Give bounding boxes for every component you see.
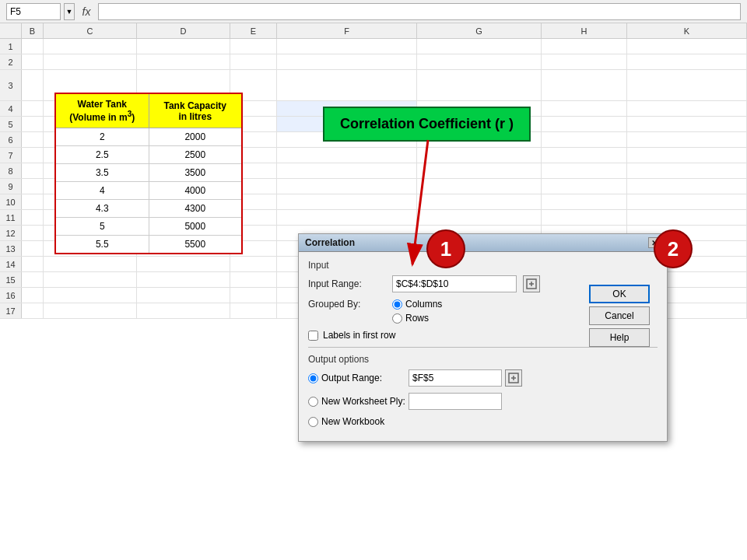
output-range-radio[interactable] — [308, 373, 318, 383]
output-range-row: Output Range: — [308, 369, 658, 387]
col-header-f[interactable]: F — [277, 23, 417, 38]
cell-capacity-4[interactable]: 4000 — [149, 182, 242, 200]
rows-radio[interactable] — [392, 313, 402, 324]
output-range-picker[interactable] — [505, 369, 522, 387]
data-table: Water Tank(Volume in m3) Tank Capacityin… — [54, 93, 243, 254]
col-header-tank-capacity: Tank Capacityin litres — [149, 93, 242, 128]
col-header-k[interactable]: K — [627, 23, 747, 38]
rows-radio-label: Rows — [405, 313, 429, 324]
cell-capacity-7[interactable]: 5500 — [149, 236, 242, 254]
badge-1: 1 — [426, 229, 465, 268]
output-range-label: Output Range: — [321, 373, 405, 383]
data-table-wrapper: Water Tank(Volume in m3) Tank Capacityin… — [54, 93, 243, 254]
cell-capacity-6[interactable]: 5000 — [149, 218, 242, 236]
table-row: 5.5 5500 — [55, 236, 242, 254]
columns-radio-label: Columns — [405, 299, 442, 310]
dialog-body: OK Cancel Help Input Input Range: — [299, 252, 667, 441]
table-row: 2 2000 — [55, 128, 242, 146]
cell-volume-5[interactable]: 4.3 — [55, 200, 149, 218]
new-worksheet-radio[interactable] — [308, 397, 318, 407]
new-worksheet-row: New Worksheet Ply: — [308, 393, 658, 410]
table-row: 5 5000 — [55, 218, 242, 236]
col-header-b[interactable]: B — [22, 23, 44, 38]
column-headers: B C D E F G H K — [0, 23, 747, 39]
cell-volume-6[interactable]: 5 — [55, 218, 149, 236]
col-header-e[interactable]: E — [230, 23, 277, 38]
grouped-by-options: Columns Rows — [392, 299, 442, 324]
cell-volume-3[interactable]: 3.5 — [55, 164, 149, 182]
cell-capacity-1[interactable]: 2000 — [149, 128, 242, 146]
dialog-buttons: OK Cancel Help — [589, 285, 650, 347]
col-header-water-tank: Water Tank(Volume in m3) — [55, 93, 149, 128]
row-num-header — [0, 23, 22, 38]
col-header-d[interactable]: D — [137, 23, 230, 38]
grouped-by-label: Grouped By: — [308, 299, 386, 310]
cell-capacity-2[interactable]: 2500 — [149, 146, 242, 164]
output-range-field[interactable] — [409, 369, 502, 387]
new-worksheet-label: New Worksheet Ply: — [321, 396, 405, 407]
table-row: 4.3 4300 — [55, 200, 242, 218]
dialog-title: Correlation ✕ — [299, 234, 667, 252]
dialog-divider — [308, 347, 658, 348]
table-row: 4 4000 — [55, 182, 242, 200]
toolbar: F5 ▼ fx — [0, 0, 747, 23]
input-range-label: Input Range: — [308, 278, 386, 289]
row-1: 1 — [0, 39, 747, 54]
cell-capacity-5[interactable]: 4300 — [149, 200, 242, 218]
table-row: 2.5 2500 — [55, 146, 242, 164]
cancel-button[interactable]: Cancel — [589, 306, 650, 325]
cell-volume-4[interactable]: 4 — [55, 182, 149, 200]
name-box-dropdown[interactable]: ▼ — [64, 3, 75, 20]
columns-radio[interactable] — [392, 299, 402, 310]
col-header-c[interactable]: C — [44, 23, 137, 38]
badge-2: 2 — [654, 229, 693, 268]
new-worksheet-field[interactable] — [409, 393, 502, 410]
rows-radio-row: Rows — [392, 313, 442, 324]
cell-capacity-3[interactable]: 3500 — [149, 164, 242, 182]
correlation-dialog: Correlation ✕ OK Cancel Help Input — [298, 233, 668, 442]
input-range-field[interactable] — [392, 275, 517, 292]
help-button[interactable]: Help — [589, 328, 650, 347]
labels-first-row-checkbox[interactable] — [308, 331, 318, 341]
formula-bar[interactable] — [98, 3, 741, 20]
col-header-h[interactable]: H — [542, 23, 627, 38]
dialog-content-area: OK Cancel Help Input Input Range: — [308, 260, 658, 427]
correlation-label: Correlation Coefficient (r ) — [323, 107, 531, 142]
cell-volume-2[interactable]: 2.5 — [55, 146, 149, 164]
cell-volume-1[interactable]: 2 — [55, 128, 149, 146]
ok-button[interactable]: OK — [589, 285, 650, 303]
cell-reference-box[interactable]: F5 — [6, 3, 61, 20]
formula-icon[interactable]: fx — [78, 3, 95, 20]
col-header-g[interactable]: G — [417, 23, 542, 38]
row-2: 2 — [0, 54, 747, 70]
table-row: 3.5 3500 — [55, 164, 242, 182]
columns-radio-row: Columns — [392, 299, 442, 310]
labels-first-row-label: Labels in first row — [323, 330, 395, 341]
input-range-picker[interactable] — [523, 275, 540, 292]
output-section-label: Output options — [308, 354, 658, 365]
cell-volume-7[interactable]: 5.5 — [55, 236, 149, 254]
input-section-label: Input — [308, 260, 658, 271]
new-workbook-radio[interactable] — [308, 417, 318, 427]
new-workbook-label: New Workbook — [321, 416, 384, 427]
new-workbook-row: New Workbook — [308, 416, 658, 427]
